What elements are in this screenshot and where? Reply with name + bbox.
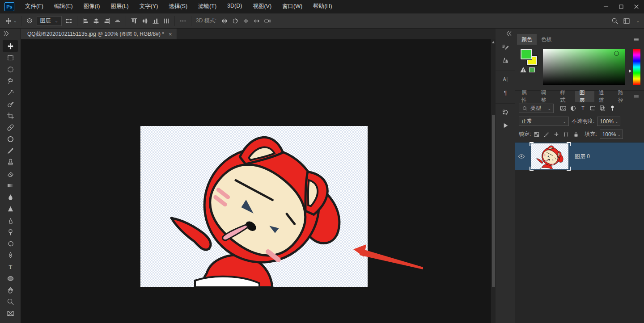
lock-image-pixels-button[interactable]: [543, 131, 550, 138]
brush-tool[interactable]: [3, 145, 18, 156]
paragraph-panel-button[interactable]: ¶: [498, 86, 513, 100]
menu-item[interactable]: 图层(L): [106, 1, 133, 12]
color-picker-marker[interactable]: [614, 51, 619, 56]
clone-stamp-tool[interactable]: [3, 156, 18, 168]
tab-路径[interactable]: 路径: [614, 91, 633, 102]
type-tool[interactable]: T: [3, 261, 18, 273]
dock-collapse-button[interactable]: [496, 29, 515, 38]
layer-row[interactable]: 图层 0: [515, 143, 644, 170]
filter-type-button[interactable]: T: [580, 105, 586, 112]
search-icon[interactable]: [611, 17, 619, 25]
menu-item[interactable]: 滤镜(T): [194, 1, 221, 12]
filter-image-button[interactable]: [560, 105, 567, 112]
color-panel-menu-button[interactable]: [633, 34, 642, 45]
chevron-down-icon[interactable]: ⌄: [636, 19, 640, 23]
dodge-tool[interactable]: [3, 226, 18, 238]
saturation-brightness-picker[interactable]: [543, 49, 625, 85]
lock-all-button[interactable]: [573, 131, 579, 138]
character-panel-button[interactable]: A: [498, 73, 513, 86]
align-right-button[interactable]: [102, 15, 112, 27]
image-document[interactable]: [140, 126, 368, 287]
ellipse-shape-tool[interactable]: [3, 273, 18, 284]
tab-属性[interactable]: 属性: [517, 91, 536, 102]
pattern-stamp-tool[interactable]: [3, 133, 18, 145]
opacity-input[interactable]: 100% ⌄: [597, 117, 620, 126]
more-align-options-button[interactable]: [178, 15, 188, 27]
foreground-color-swatch[interactable]: [521, 49, 532, 59]
menu-item[interactable]: 编辑(E): [50, 1, 77, 12]
closest-web-color-swatch[interactable]: [529, 67, 535, 72]
tab-色板[interactable]: 色板: [537, 34, 556, 45]
move-tool[interactable]: [3, 40, 18, 52]
blur-tool[interactable]: [3, 191, 18, 203]
canvas-scrollbar[interactable]: [491, 39, 496, 323]
crop-tool[interactable]: [3, 110, 18, 122]
3d-slide-button[interactable]: [251, 15, 262, 27]
align-bottom-button[interactable]: [150, 15, 161, 27]
align-center-button[interactable]: [91, 15, 102, 27]
hand-tool[interactable]: [3, 284, 18, 296]
layer-filter-dropdown[interactable]: 类型 ⌄: [519, 104, 554, 113]
filter-adjustment-button[interactable]: [570, 105, 576, 112]
menu-item[interactable]: 帮助(H): [309, 1, 336, 12]
distribute-horizontal-button[interactable]: [112, 15, 123, 27]
scrollbar-thumb[interactable]: [492, 115, 495, 287]
smudge-tool[interactable]: [3, 214, 18, 226]
menu-item[interactable]: 3D(D): [223, 1, 246, 12]
fill-input[interactable]: 100% ⌄: [600, 130, 623, 139]
filter-smart-object-button[interactable]: [599, 105, 606, 112]
history-panel-button[interactable]: [498, 105, 513, 119]
tools-collapse-button[interactable]: [0, 29, 21, 38]
menu-item[interactable]: 视图(V): [248, 1, 276, 12]
screen-mode-tool[interactable]: [3, 307, 18, 319]
menu-item[interactable]: 图像(I): [79, 1, 105, 12]
align-left-button[interactable]: [80, 15, 91, 27]
align-middle-button[interactable]: [140, 15, 150, 27]
tab-颜色[interactable]: 颜色: [517, 34, 537, 45]
sharpen-tool[interactable]: [3, 203, 18, 214]
menu-item[interactable]: 窗口(W): [278, 1, 307, 12]
show-transform-controls-toggle[interactable]: [64, 15, 74, 27]
layers-panel-menu-button[interactable]: [633, 91, 642, 102]
auto-select-target-dropdown[interactable]: 图层 ⌄: [37, 16, 62, 26]
move-tool-preset[interactable]: ⌄: [4, 15, 18, 27]
workspace-switcher-icon[interactable]: [623, 17, 630, 25]
actions-panel-button[interactable]: [498, 119, 513, 132]
quick-selection-tool[interactable]: [3, 98, 18, 110]
canvas-area[interactable]: [21, 39, 496, 323]
brushes-panel-button[interactable]: [498, 54, 513, 67]
tab-通道[interactable]: 通道: [594, 91, 614, 102]
tab-调整[interactable]: 调整: [536, 91, 555, 102]
gradient-tool[interactable]: [3, 180, 18, 191]
menu-item[interactable]: 选择(S): [164, 1, 192, 12]
maximize-button[interactable]: [614, 0, 629, 13]
auto-select-toggle[interactable]: [24, 15, 35, 27]
scroll-up-icon[interactable]: [492, 41, 495, 43]
filter-shape-button[interactable]: [589, 105, 596, 112]
brush-settings-panel-button[interactable]: [498, 40, 513, 54]
layer-filter-toggle[interactable]: [609, 105, 616, 112]
menu-item[interactable]: 文字(Y): [135, 1, 163, 12]
ellipse-marquee-tool[interactable]: [3, 63, 18, 75]
menu-item[interactable]: 文件(F): [21, 1, 48, 12]
3d-camera-button[interactable]: [262, 15, 273, 27]
tab-样式[interactable]: 样式: [555, 91, 575, 102]
lasso-tool[interactable]: [3, 75, 18, 87]
tab-图层[interactable]: 图层: [575, 91, 594, 102]
burn-tool[interactable]: [3, 238, 18, 249]
healing-brush-tool[interactable]: [3, 122, 18, 133]
3d-pan-button[interactable]: [241, 15, 251, 27]
lock-position-button[interactable]: [553, 131, 559, 138]
layer-thumbnail[interactable]: [531, 143, 568, 169]
lock-artboard-button[interactable]: [563, 131, 569, 138]
hue-slider[interactable]: [633, 49, 640, 85]
align-top-button[interactable]: [129, 15, 140, 27]
document-tab[interactable]: QQ截图20201021151135.jpg @ 100% (图层 0, RGB…: [21, 29, 177, 39]
minimize-button[interactable]: [598, 0, 614, 13]
layer-visibility-toggle[interactable]: [515, 143, 528, 170]
3d-roll-button[interactable]: [230, 15, 241, 27]
blend-mode-dropdown[interactable]: 正常 ⌄: [519, 117, 569, 126]
pen-tool[interactable]: [3, 249, 18, 261]
tab-close-icon[interactable]: ×: [169, 31, 172, 38]
lock-transparent-pixels-button[interactable]: [534, 131, 540, 138]
